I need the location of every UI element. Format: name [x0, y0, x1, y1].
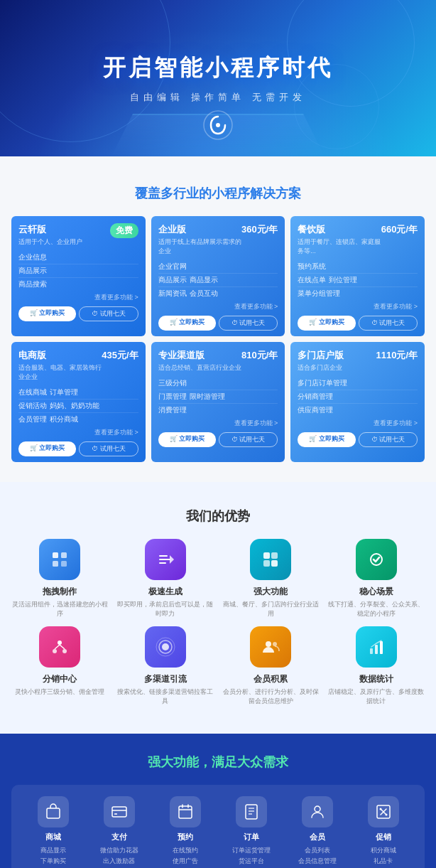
advantage-desc-drag: 灵活运用组件，迅速搭建您的小程序: [11, 600, 109, 618]
plans-section-title: 覆盖多行业的小程序解决方案: [11, 185, 425, 202]
plans-section: 覆盖多行业的小程序解决方案 云轩版 适用于个人、企业用户 免费 企业信息 商品展…: [0, 165, 436, 482]
feature-title-promo: 促销: [376, 832, 391, 842]
plan-ecom-trial-btn[interactable]: 试用七天: [79, 441, 138, 456]
svg-rect-7: [159, 559, 170, 560]
svg-marker-9: [170, 555, 174, 564]
feat-book-2: 使用广告: [173, 856, 198, 867]
plan-multi-header: 多门店户版 适合多门店企业 1110元/年: [298, 349, 418, 373]
plan-specialty-buy-btn[interactable]: 立即购买: [158, 432, 216, 447]
feature-list-vip: 会员列表 会员信息管理 分组管理 会员商场: [298, 845, 337, 868]
plan-food-header: 餐饮版 适用于餐厅、连锁店、家庭服务等... 660元/年: [298, 223, 418, 256]
advantage-title-drag: 拖拽制作: [43, 586, 77, 598]
plan-multi-feature-2: 分销商管理: [298, 390, 418, 404]
plan-enterprise-tag: 适用于线上有品牌展示需求的企业: [158, 237, 241, 256]
feat-vip-1: 会员列表: [298, 845, 337, 856]
plan-food-feature-3: 菜单分组管理: [298, 287, 418, 300]
feat-order-2: 货运平台: [232, 856, 271, 867]
features-title-plain: 强大功能，: [148, 755, 212, 769]
plan-specialty-more[interactable]: 查看更多功能 >: [158, 419, 278, 428]
svg-point-40: [315, 806, 320, 812]
hero-icon: [201, 108, 235, 142]
hero-title: 开启智能小程序时代: [103, 53, 333, 84]
plan-food-name: 餐饮版: [298, 223, 381, 236]
feat-pay-1: 微信助力花器: [100, 845, 138, 856]
feature-list-book: 在线预约 使用广告 商品商场 保证管理: [173, 845, 198, 868]
advantage-icon-speed: [145, 539, 186, 580]
plan-enterprise-trial-btn[interactable]: 试用七天: [219, 316, 278, 331]
svg-rect-31: [114, 813, 117, 815]
divider-2: [0, 482, 436, 491]
feature-icon-book: [170, 796, 201, 827]
plan-enterprise-features: 企业官网 商品展示商品显示 新闻资讯会员互动: [158, 260, 278, 300]
plan-ecom-buy-btn[interactable]: 立即购买: [18, 441, 76, 456]
plan-ecom-tag: 适合服装、电器、家居装饰行业企业: [18, 363, 102, 382]
plan-multi-more[interactable]: 查看更多功能 >: [298, 419, 418, 428]
plan-food-trial-btn[interactable]: 试用七天: [359, 316, 418, 331]
svg-rect-8: [159, 562, 166, 564]
plan-specialty-tag: 适合总经销、直营店行业企业: [158, 363, 241, 373]
svg-rect-27: [380, 641, 383, 654]
plan-enterprise-buy-btn[interactable]: 立即购买: [158, 316, 216, 331]
advantage-desc-speed: 即买即用，承前启后也可以是，随时即力: [117, 600, 214, 618]
svg-rect-4: [53, 561, 58, 567]
plan-multi-buy-btn[interactable]: 立即购买: [298, 432, 355, 447]
svg-rect-2: [53, 552, 58, 558]
advantage-item-traffic: 多渠道引流 搜索优化、链接多渠道营销拉客工具: [117, 626, 214, 705]
plan-ecom-more[interactable]: 查看更多功能 >: [18, 428, 138, 437]
plan-specialty-actions: 立即购买 试用七天: [158, 432, 278, 447]
plan-cloud-more[interactable]: 查看更多功能 >: [18, 293, 138, 302]
plans-title-highlight: 小程序解决方案: [212, 186, 301, 200]
plan-card-food: 餐饮版 适用于餐厅、连锁店、家庭服务等... 660元/年 预约系统 在线点单到…: [290, 216, 425, 336]
plan-food-name-wrap: 餐饮版 适用于餐厅、连锁店、家庭服务等...: [298, 223, 381, 256]
svg-point-24: [273, 642, 277, 646]
features-grid: 商城 商品显示 下单购买 会员卡 优惠券 订单管理 支付 微信助力花器 出入激励…: [23, 796, 413, 868]
svg-point-15: [58, 641, 62, 645]
divider-1: [0, 156, 436, 165]
svg-point-16: [53, 649, 57, 653]
plan-specialty-trial-btn[interactable]: 试用七天: [219, 432, 278, 447]
plan-multi-feature-3: 供应商管理: [298, 404, 418, 417]
plan-food-buy-btn[interactable]: 立即购买: [298, 316, 355, 331]
advantage-item-stable: 稳心场景 线下打通、分享裂变、公众关系、稳定的小程序: [328, 539, 425, 618]
feat-promo-2: 礼品卡: [371, 856, 396, 867]
feature-icon-promo: [368, 796, 399, 827]
advantage-title-data: 数据统计: [359, 673, 393, 685]
feature-list-pay: 微信助力花器 出入激励器 购物车: [100, 845, 138, 868]
feature-title-order: 订单: [244, 832, 259, 842]
feature-item-vip: 会员 会员列表 会员信息管理 分组管理 会员商场: [287, 796, 347, 868]
svg-rect-25: [370, 648, 373, 654]
plan-multi-price: 1110元/年: [376, 349, 418, 362]
feat-book-1: 在线预约: [173, 845, 198, 856]
feat-pay-2: 出入激励器: [100, 856, 138, 867]
svg-rect-28: [47, 808, 60, 818]
plan-cloud-buy-btn[interactable]: 立即购买: [18, 306, 76, 321]
plan-food-actions: 立即购买 试用七天: [298, 316, 418, 331]
feature-item-promo: 促销 积分商城 礼品卡 优惠券 折扣优惠 限时折扣: [353, 796, 413, 868]
plan-cloud-price: 免费: [110, 223, 138, 238]
plan-card-specialty: 专业渠道版 适合总经销、直营店行业企业 810元/年 三级分销 门票管理限时游管…: [151, 342, 285, 462]
plan-multi-feature-1: 多门店订单管理: [298, 377, 418, 390]
advantage-icon-stable: [356, 539, 397, 580]
plan-multi-trial-btn[interactable]: 试用七天: [359, 432, 418, 447]
advantage-desc-func: 商城、餐厅、多门店跨行业行业适用: [222, 600, 320, 618]
plan-ecom-actions: 立即购买 试用七天: [18, 441, 138, 456]
svg-rect-11: [271, 552, 278, 559]
plan-food-feature-2: 在线点单到位管理: [298, 274, 418, 287]
feature-title-book: 预约: [178, 832, 193, 842]
advantage-desc-dist: 灵快小程序三级分销、佣金管理: [15, 687, 104, 697]
feature-item-book: 预约 在线预约 使用广告 商品商场 保证管理: [155, 796, 215, 868]
advantage-desc-stable: 线下打通、分享裂变、公众关系、稳定的小程序: [328, 600, 425, 618]
plan-card-enterprise: 企业版 适用于线上有品牌展示需求的企业 360元/年 企业官网 商品展示商品显示…: [151, 216, 285, 336]
advantages-title: 我们的优势: [11, 508, 425, 525]
svg-rect-36: [246, 805, 257, 819]
advantage-icon-dist: [39, 626, 80, 668]
plan-enterprise-more[interactable]: 查看更多功能 >: [158, 302, 278, 311]
plan-cloud-trial-btn[interactable]: 试用七天: [79, 306, 138, 321]
feature-title-vip: 会员: [310, 832, 325, 842]
svg-rect-32: [179, 806, 192, 818]
hero-subtitle: 自由编辑 操作简单 无需开发: [130, 91, 305, 104]
plan-enterprise-name: 企业版: [158, 223, 241, 236]
plan-cloud-feature-3: 商品搜索: [18, 278, 138, 291]
plan-food-more[interactable]: 查看更多功能 >: [298, 302, 418, 311]
plan-cloud-feature-2: 商品展示: [18, 264, 138, 278]
